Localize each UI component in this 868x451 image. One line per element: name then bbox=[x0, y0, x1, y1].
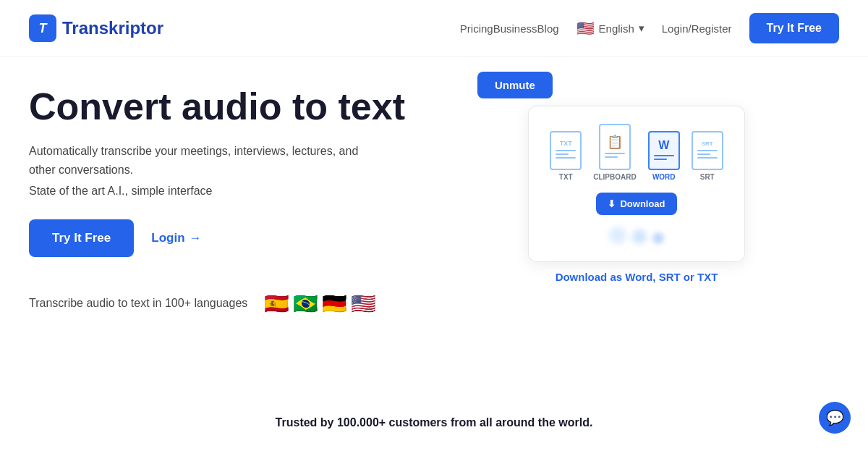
hero-section: Convert audio to text Automatically tran… bbox=[0, 57, 868, 321]
doc-label-clipboard: CLIPBOARD bbox=[593, 173, 636, 181]
doc-icon-txt: TXT TXT bbox=[550, 131, 582, 181]
nav-blog[interactable]: Blog bbox=[537, 22, 559, 35]
unmute-button[interactable]: Unmute bbox=[477, 72, 553, 98]
hero-left: Convert audio to text Automatically tran… bbox=[29, 86, 434, 321]
doc-label-srt: SRT bbox=[700, 173, 715, 181]
header: T Transkriptor Pricing Business Blog 🇺🇸 … bbox=[0, 0, 868, 57]
login-button[interactable]: Login → bbox=[151, 231, 201, 245]
hero-actions: Try It Free Login → bbox=[29, 219, 434, 257]
trusted-text: Trusted by 100.000+ customers from all a… bbox=[0, 416, 868, 429]
languages-row: Transcribe audio to text in 100+ languag… bbox=[29, 286, 434, 321]
arrow-right-icon: → bbox=[190, 231, 202, 245]
language-label: English bbox=[599, 22, 634, 35]
download-caption: Download as Word, SRT or TXT bbox=[556, 271, 718, 283]
doc-icon-clipboard: 📋 CLIPBOARD bbox=[593, 124, 636, 181]
hero-subtitle: Automatically transcribe your meetings, … bbox=[29, 142, 376, 179]
doc-icon-srt: SRT SRT bbox=[692, 131, 723, 181]
doc-icon-word: W WORD bbox=[648, 131, 680, 181]
nav-right: Pricing Business Blog 🇺🇸 English ▾ Login… bbox=[460, 13, 839, 43]
hero-tagline: State of the art A.I., simple interface bbox=[29, 185, 434, 198]
logo-icon: T bbox=[29, 14, 56, 42]
chevron-down-icon: ▾ bbox=[639, 22, 644, 35]
doc-icons-row: TXT TXT 📋 bbox=[550, 124, 723, 181]
logo-name: Transkriptor bbox=[62, 18, 163, 38]
try-it-free-button[interactable]: Try It Free bbox=[29, 219, 134, 257]
doc-label-word: WORD bbox=[652, 173, 676, 181]
doc-preview: TXT TXT 📋 bbox=[528, 106, 745, 262]
flags-group: 🇪🇸 🇧🇷 🇩🇪 🇺🇸 bbox=[259, 286, 380, 321]
languages-text: Transcribe audio to text in 100+ languag… bbox=[29, 297, 247, 310]
trusted-banner: Trusted by 100.000+ customers from all a… bbox=[0, 416, 868, 429]
download-badge: ⬇ Download bbox=[596, 193, 676, 215]
nav-business[interactable]: Business bbox=[493, 22, 537, 35]
login-register-link[interactable]: Login/Register bbox=[662, 22, 732, 35]
flag-usa: 🇺🇸 bbox=[346, 286, 380, 321]
decoration-dots bbox=[609, 227, 664, 244]
download-icon: ⬇ bbox=[608, 198, 616, 209]
nav-pricing[interactable]: Pricing bbox=[460, 22, 493, 35]
flag-icon: 🇺🇸 bbox=[576, 20, 595, 37]
hero-right: Unmute TXT TXT bbox=[434, 72, 839, 321]
chat-bubble[interactable]: 💬 bbox=[819, 402, 851, 434]
chat-icon: 💬 bbox=[826, 409, 844, 426]
hero-title: Convert audio to text bbox=[29, 86, 434, 127]
doc-label-txt: TXT bbox=[559, 173, 573, 181]
language-selector[interactable]: 🇺🇸 English ▾ bbox=[576, 20, 644, 37]
header-try-it-free-button[interactable]: Try It Free bbox=[749, 13, 839, 43]
logo[interactable]: T Transkriptor bbox=[29, 14, 163, 42]
nav-links: Pricing Business Blog bbox=[460, 22, 559, 35]
